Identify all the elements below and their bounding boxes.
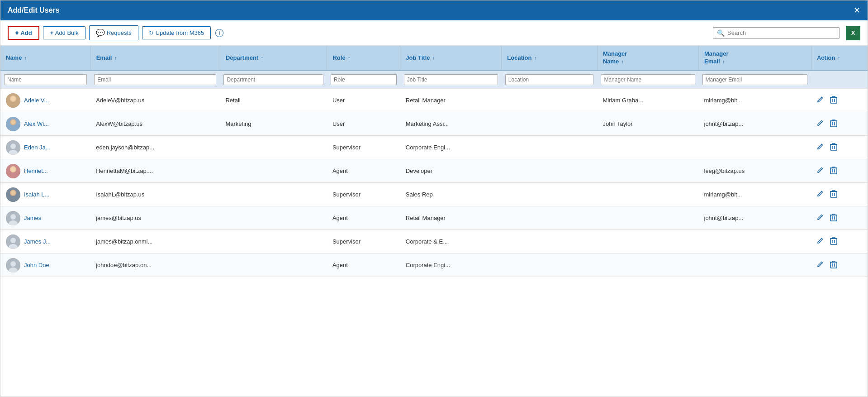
- user-name-6[interactable]: James J...: [24, 238, 51, 245]
- cell-name-7: John Doe: [0, 254, 90, 277]
- cell-role-3: Agent: [327, 159, 400, 183]
- cell-managername-2: [597, 136, 698, 159]
- col-header-name[interactable]: Name ↑: [0, 46, 90, 71]
- svg-point-25: [10, 214, 16, 220]
- info-icon[interactable]: i: [215, 29, 223, 37]
- cell-department-7: [220, 254, 327, 277]
- edit-button-4[interactable]: [816, 190, 824, 199]
- col-header-location[interactable]: Location ↑: [502, 46, 598, 71]
- cell-manageremail-7: [699, 254, 811, 277]
- table-filter-row: [0, 71, 868, 89]
- filter-jobtitle[interactable]: [404, 74, 498, 85]
- cell-role-2: Supervisor: [327, 136, 400, 159]
- add-bulk-button[interactable]: + + Add Bulk: [43, 26, 85, 39]
- cell-action-5: [811, 206, 868, 230]
- sort-arrow-location: ↑: [534, 56, 536, 61]
- requests-button[interactable]: 💬 Requests: [89, 25, 138, 40]
- add-button[interactable]: + + Add: [8, 26, 39, 40]
- edit-button-7[interactable]: [816, 261, 824, 269]
- svg-rect-31: [830, 239, 837, 244]
- users-table: Name ↑ Email ↑ Department ↑ Role ↑: [0, 46, 868, 277]
- close-button[interactable]: ✕: [854, 5, 860, 15]
- cell-manageremail-0: miriamg@bit...: [699, 89, 811, 112]
- edit-button-2[interactable]: [816, 143, 824, 152]
- delete-button-6[interactable]: [830, 237, 837, 246]
- user-name-1[interactable]: Alex Wi...: [24, 120, 49, 127]
- col-header-email[interactable]: Email ↑: [90, 46, 220, 71]
- cell-department-6: [220, 230, 327, 254]
- delete-button-3[interactable]: [830, 166, 837, 176]
- edit-button-1[interactable]: [816, 120, 824, 128]
- cell-jobtitle-3: Developer: [400, 159, 502, 183]
- col-header-managername[interactable]: ManagerName ↑: [597, 46, 698, 71]
- col-header-jobtitle[interactable]: Job Title ↑: [400, 46, 502, 71]
- user-name-4[interactable]: Isaiah L...: [24, 191, 49, 198]
- avatar-7: [6, 258, 20, 273]
- search-box: 🔍: [713, 27, 840, 39]
- cell-managername-7: [597, 254, 698, 277]
- svg-point-17: [11, 167, 15, 172]
- table-row: Henriet... HenriettaM@bitzap.... Agent D…: [0, 159, 868, 183]
- svg-rect-9: [830, 121, 837, 127]
- svg-point-11: [10, 143, 16, 149]
- svg-rect-4: [830, 97, 837, 103]
- excel-icon: X: [851, 29, 855, 36]
- sort-arrow-managername: ↑: [621, 59, 624, 64]
- user-name-0[interactable]: Adele V...: [24, 97, 49, 104]
- window-title: Add/Edit Users: [8, 6, 60, 14]
- cell-email-2: eden.jayson@bitzap...: [90, 136, 220, 159]
- search-icon: 🔍: [717, 29, 725, 37]
- cell-jobtitle-5: Retail Manager: [400, 206, 502, 230]
- col-header-department[interactable]: Department ↑: [220, 46, 327, 71]
- edit-button-0[interactable]: [816, 96, 824, 105]
- delete-button-7[interactable]: [830, 260, 837, 270]
- delete-button-4[interactable]: [830, 190, 837, 199]
- user-name-3[interactable]: Henriet...: [24, 167, 48, 174]
- cell-jobtitle-7: Corporate Engi...: [400, 254, 502, 277]
- filter-manageremail[interactable]: [702, 74, 808, 85]
- filter-managername[interactable]: [601, 74, 695, 85]
- cell-role-1: User: [327, 112, 400, 136]
- edit-button-6[interactable]: [816, 237, 824, 246]
- svg-point-22: [11, 191, 15, 195]
- user-name-5[interactable]: James: [24, 215, 41, 221]
- search-input[interactable]: [727, 29, 835, 36]
- cell-location-3: [502, 159, 598, 183]
- delete-button-1[interactable]: [830, 119, 837, 129]
- col-header-role[interactable]: Role ↑: [327, 46, 400, 71]
- requests-icon: 💬: [96, 29, 105, 37]
- delete-button-2[interactable]: [830, 143, 837, 152]
- cell-name-4: Isaiah L...: [0, 183, 90, 206]
- col-header-action[interactable]: Action ↑: [811, 46, 868, 71]
- edit-button-5[interactable]: [816, 214, 824, 222]
- edit-button-3[interactable]: [816, 167, 824, 175]
- cell-email-7: johndoe@bitzap.on...: [90, 254, 220, 277]
- cell-managername-4: [597, 183, 698, 206]
- excel-export-button[interactable]: X: [846, 26, 860, 40]
- cell-department-2: [220, 136, 327, 159]
- table-row: Eden Ja... eden.jayson@bitzap... Supervi…: [0, 136, 868, 159]
- cell-department-4: [220, 183, 327, 206]
- cell-email-1: AlexW@bitzap.us: [90, 112, 220, 136]
- user-name-7[interactable]: John Doe: [24, 262, 49, 268]
- cell-location-0: [502, 89, 598, 112]
- update-m365-button[interactable]: ↻ Update from M365: [142, 26, 211, 39]
- cell-jobtitle-0: Retail Manager: [400, 89, 502, 112]
- user-name-2[interactable]: Eden Ja...: [24, 144, 51, 151]
- sort-arrow-action: ↑: [838, 56, 840, 61]
- filter-location[interactable]: [505, 74, 594, 85]
- filter-email[interactable]: [94, 74, 216, 85]
- delete-button-0[interactable]: [830, 96, 837, 105]
- filter-role[interactable]: [331, 74, 397, 85]
- delete-button-5[interactable]: [830, 213, 837, 223]
- cell-location-6: [502, 230, 598, 254]
- refresh-icon: ↻: [149, 29, 154, 36]
- col-header-manageremail[interactable]: ManagerEmail ↑: [699, 46, 811, 71]
- filter-name[interactable]: [4, 74, 87, 85]
- filter-department[interactable]: [223, 74, 323, 85]
- svg-rect-35: [830, 262, 837, 268]
- cell-name-0: Adele V...: [0, 89, 90, 112]
- avatar-1: [6, 117, 20, 131]
- cell-action-7: [811, 254, 868, 277]
- cell-managername-6: [597, 230, 698, 254]
